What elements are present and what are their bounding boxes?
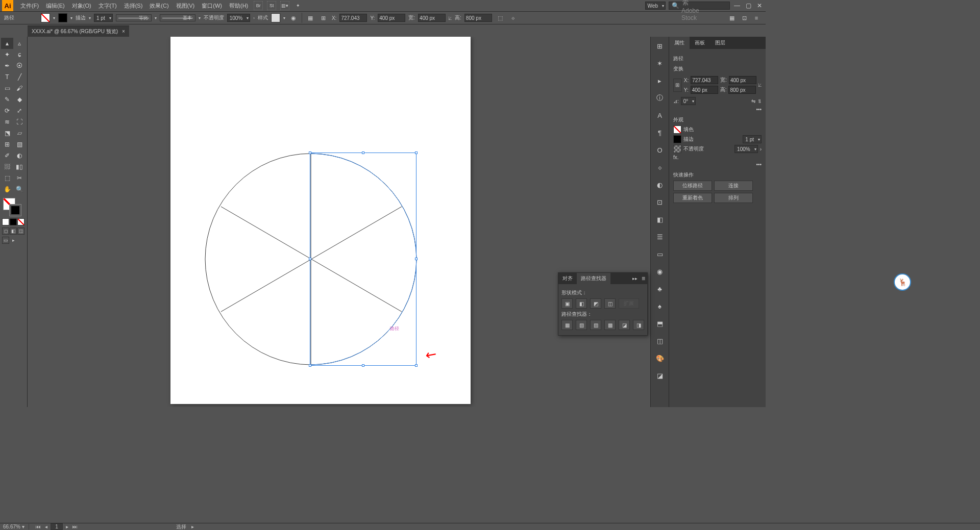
eyedropper-tool[interactable]: ✐ [1, 150, 13, 161]
trim-button[interactable]: ▧ [576, 320, 587, 330]
menu-edit[interactable]: 编辑(E) [43, 1, 68, 11]
stroke-box[interactable] [9, 204, 21, 216]
artboard-tool[interactable]: ⬚ [1, 172, 13, 184]
crop-button[interactable]: ▩ [604, 320, 616, 330]
prop-y-input[interactable] [691, 86, 718, 94]
unite-button[interactable]: ▣ [561, 298, 573, 309]
mesh-tool[interactable]: ⊞ [1, 139, 13, 150]
menu-window[interactable]: 窗口(W) [199, 1, 225, 11]
minimize-button[interactable]: — [733, 2, 741, 9]
prop-opacity-swatch[interactable] [673, 145, 681, 153]
fx-label[interactable]: fx. [673, 155, 679, 160]
direct-selection-tool[interactable]: ▵ [13, 38, 26, 49]
brush-def[interactable]: 基本 [160, 14, 195, 21]
prop-h-input[interactable] [728, 86, 756, 94]
dock-character-icon[interactable]: A [654, 109, 666, 121]
x-input[interactable] [339, 14, 367, 22]
stroke-weight-input[interactable]: 1 pt [94, 14, 113, 22]
screen-arrow-icon[interactable]: ▸ [10, 237, 17, 244]
curvature-tool[interactable]: ⦿ [13, 60, 26, 71]
dock-layers-icon[interactable]: ◪ [654, 369, 666, 382]
opacity-input[interactable]: 100% [227, 14, 251, 22]
recolor-icon[interactable]: ◉ [288, 13, 299, 23]
h-input[interactable] [464, 14, 492, 22]
flip-v-icon[interactable]: ⥮ [757, 98, 762, 104]
canvas-area[interactable]: 路径 ↙ [28, 37, 650, 407]
snap-point-icon[interactable]: ⊡ [739, 13, 749, 23]
divide-button[interactable]: ▦ [561, 320, 573, 330]
isolate-icon[interactable]: ⟐ [508, 13, 519, 23]
link-wh-icon[interactable]: ⟀ [449, 15, 452, 21]
slice-tool[interactable]: ✂ [13, 172, 26, 184]
dock-asset-icon[interactable]: ⬒ [654, 317, 666, 330]
magic-wand-tool[interactable]: ✦ [1, 49, 13, 60]
rotate-tool[interactable]: ⟳ [1, 105, 13, 116]
prop-w-input[interactable] [729, 76, 756, 84]
flip-h-icon[interactable]: ⇋ [751, 98, 755, 104]
line-tool[interactable]: ╱ [13, 71, 26, 83]
stroke-profile[interactable]: 等比 [116, 14, 152, 21]
restore-button[interactable]: ▢ [744, 2, 752, 9]
minus-front-button[interactable]: ◧ [576, 298, 587, 309]
fill-stroke-indicator[interactable] [1, 197, 26, 217]
free-transform-tool[interactable]: ⛶ [13, 116, 26, 128]
menu-help[interactable]: 帮助(H) [226, 1, 251, 11]
quick-offset-path[interactable]: 位移路径 [673, 181, 712, 191]
constrain-icon[interactable]: ⟀ [758, 82, 762, 88]
shaper-tool[interactable]: ✎ [1, 94, 13, 105]
lasso-tool[interactable]: ɕ [13, 49, 26, 60]
menu-type[interactable]: 文字(T) [95, 1, 120, 11]
merge-button[interactable]: ▨ [590, 320, 601, 330]
draw-behind-icon[interactable]: ◧ [10, 228, 17, 235]
dock-symbol-icon[interactable]: ⊡ [654, 196, 666, 208]
dock-pathfinder-icon[interactable]: ♠ [654, 300, 666, 312]
exclude-button[interactable]: ◫ [604, 298, 616, 309]
pen-tool[interactable]: ✒ [1, 60, 13, 71]
intersect-button[interactable]: ◩ [590, 298, 601, 309]
shape-icon[interactable]: ⬚ [495, 13, 505, 23]
stock-icon[interactable]: St [267, 1, 276, 10]
screen-mode-icon[interactable]: ▭ [2, 237, 9, 244]
rectangle-tool[interactable]: ▭ [1, 83, 13, 94]
workspace-switcher[interactable]: Web [645, 2, 666, 10]
align-icon[interactable]: ▦ [305, 13, 315, 23]
dock-actions-icon[interactable]: ▸ [654, 74, 666, 87]
shape-builder-tool[interactable]: ⬔ [1, 128, 13, 139]
menu-object[interactable]: 对象(O) [69, 1, 94, 11]
tab-properties[interactable]: 属性 [669, 37, 690, 49]
draw-normal-icon[interactable]: ◻ [2, 228, 9, 235]
reference-point[interactable]: ⊞ [673, 79, 682, 92]
panel-collapse-icon[interactable]: ▸▸ [630, 276, 640, 281]
snap-pixel-icon[interactable]: ▦ [727, 13, 737, 23]
tab-artboards[interactable]: 画板 [690, 37, 710, 49]
pathfinder-panel[interactable]: 对齐 路径查找器 ▸▸ ≡ 形状模式： ▣ ◧ ◩ ◫ 扩展 路径查找器： ▦ … [558, 272, 648, 336]
style-swatch[interactable] [271, 13, 280, 22]
prop-fill-swatch[interactable] [673, 125, 681, 134]
dock-settings-icon[interactable]: ✶ [654, 57, 666, 69]
panel-menu-icon[interactable]: ≡ [751, 13, 762, 23]
outline-button[interactable]: ◪ [619, 320, 630, 330]
y-input[interactable] [378, 14, 405, 22]
draw-inside-icon[interactable]: ◫ [17, 228, 24, 235]
more-options-icon[interactable]: ••• [673, 107, 762, 112]
close-button[interactable]: ✕ [755, 2, 764, 9]
quick-arrange[interactable]: 排列 [714, 193, 753, 203]
angle-input[interactable]: 0° [681, 97, 696, 105]
prop-stroke-weight[interactable]: 1 pt [743, 135, 762, 143]
minus-back-button[interactable]: ◨ [633, 320, 644, 330]
eraser-tool[interactable]: ◆ [13, 94, 26, 105]
document-tab[interactable]: XXXX.ai* @ 66.67% (RGB/GPU 预览) × [28, 26, 129, 37]
prop-x-input[interactable] [691, 76, 718, 84]
quick-join[interactable]: 连接 [714, 181, 753, 191]
dock-appearance-icon[interactable]: ◉ [654, 265, 666, 277]
symbol-sprayer-tool[interactable]: ⛆ [1, 161, 13, 172]
menu-file[interactable]: 文件(F) [17, 1, 42, 11]
type-tool[interactable]: T [1, 71, 13, 83]
dock-info-icon[interactable]: ⓘ [654, 92, 666, 104]
dock-links-icon[interactable]: ⟐ [654, 161, 666, 173]
color-none-icon[interactable] [17, 218, 24, 225]
dock-align-icon[interactable]: ☰ [654, 231, 666, 243]
gpu-icon[interactable]: ✦ [293, 1, 303, 10]
width-tool[interactable]: ≋ [1, 116, 13, 128]
dock-graphic-styles-icon[interactable]: ♣ [654, 283, 666, 295]
